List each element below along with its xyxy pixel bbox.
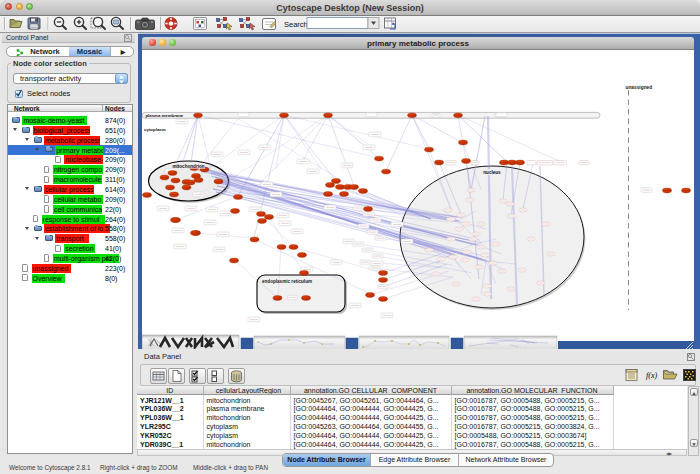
- svg-text:mitochondrion: mitochondrion: [172, 164, 204, 169]
- svg-text:f(x): f(x): [646, 371, 657, 380]
- svg-text:nucleus: nucleus: [483, 170, 501, 175]
- svg-text:unassigned: unassigned: [626, 85, 653, 90]
- svg-text:plasma membrane: plasma membrane: [146, 113, 184, 118]
- svg-text:endoplasmic reticulum: endoplasmic reticulum: [262, 279, 312, 284]
- svg-text:Search:: Search:: [284, 20, 310, 29]
- svg-text:cytoplasm: cytoplasm: [144, 127, 166, 132]
